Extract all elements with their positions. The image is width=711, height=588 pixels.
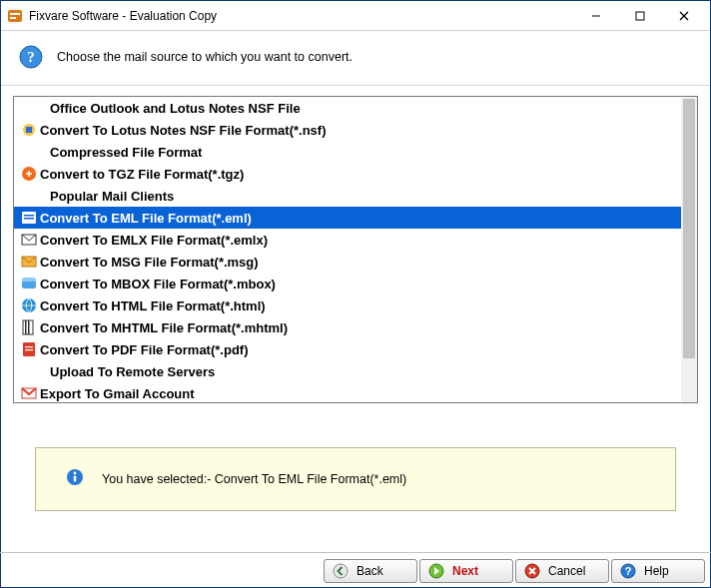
nsf-icon xyxy=(18,122,40,138)
list-group-header: Office Outlook and Lotus Notes NSF File xyxy=(14,97,681,119)
svg-rect-0 xyxy=(8,10,22,22)
back-label: Back xyxy=(356,564,383,578)
help-button[interactable]: ? Help xyxy=(611,559,705,583)
list-group-header: Popular Mail Clients xyxy=(14,185,681,207)
svg-point-30 xyxy=(334,564,348,578)
list-item-label: Convert To MHTML File Format(*.mhtml) xyxy=(40,320,288,335)
window-title: Fixvare Software - Evaluation Copy xyxy=(29,9,574,23)
mbox-icon xyxy=(18,276,40,292)
help-label: Help xyxy=(644,564,669,578)
info-icon xyxy=(66,468,84,490)
list-item[interactable]: Convert To HTML File Format(*.html) xyxy=(14,294,681,316)
list-item-label: Office Outlook and Lotus Notes NSF File xyxy=(40,101,301,116)
emlx-icon xyxy=(18,232,40,248)
arrow-right-icon xyxy=(428,563,444,579)
list-item-label: Convert To EML File Format(*.eml) xyxy=(40,211,252,226)
msg-icon xyxy=(18,254,40,270)
svg-rect-18 xyxy=(22,278,36,282)
eml-icon xyxy=(18,210,40,226)
question-icon: ? xyxy=(19,45,43,69)
svg-rect-14 xyxy=(24,218,34,220)
svg-rect-4 xyxy=(636,12,644,20)
list-item-label: Popular Mail Clients xyxy=(40,189,174,204)
scrollbar[interactable] xyxy=(681,97,697,402)
pdf-icon xyxy=(18,341,40,357)
close-button[interactable] xyxy=(662,2,706,30)
help-icon: ? xyxy=(620,563,636,579)
svg-rect-29 xyxy=(74,476,76,482)
svg-rect-22 xyxy=(28,320,30,334)
list-item[interactable]: Convert To MBOX File Format(*.mbox) xyxy=(14,273,681,294)
list-group-header: Compressed File Format xyxy=(14,141,681,163)
list-item[interactable]: Convert To MSG File Format(*.msg) xyxy=(14,251,681,273)
cancel-button[interactable]: Cancel xyxy=(515,559,609,583)
list-item-label: Convert To MSG File Format(*.msg) xyxy=(40,255,259,270)
html-icon xyxy=(18,297,40,313)
list-item[interactable]: Export To Gmail Account xyxy=(14,382,681,402)
scrollbar-thumb[interactable] xyxy=(683,99,695,358)
svg-point-28 xyxy=(74,472,77,475)
footer-buttons: Back Next Cancel ? Help xyxy=(0,552,711,588)
list-item-label: Export To Gmail Account xyxy=(40,386,195,401)
list-item-label: Upload To Remote Servers xyxy=(40,364,215,379)
svg-rect-17 xyxy=(22,281,36,289)
next-button[interactable]: Next xyxy=(419,559,513,583)
cancel-icon xyxy=(524,563,540,579)
list-item[interactable]: Convert To EMLX File Format(*.emlx) xyxy=(14,229,681,251)
svg-rect-10 xyxy=(26,127,32,133)
status-box: You have selected:- Convert To EML File … xyxy=(35,447,676,511)
format-listbox: Office Outlook and Lotus Notes NSF FileC… xyxy=(13,96,698,403)
list-item[interactable]: Convert To EML File Format(*.eml) xyxy=(14,207,681,229)
instruction-bar: ? Choose the mail source to which you wa… xyxy=(1,31,710,86)
svg-rect-13 xyxy=(24,215,34,217)
list-item-label: Convert To Lotus Notes NSF File Format(*… xyxy=(40,123,327,138)
cancel-label: Cancel xyxy=(548,564,585,578)
minimize-button[interactable] xyxy=(574,2,618,30)
list-item[interactable]: Convert to TGZ File Format(*.tgz) xyxy=(14,163,681,185)
svg-rect-25 xyxy=(25,349,33,350)
next-label: Next xyxy=(452,564,478,578)
mhtml-icon xyxy=(18,319,40,335)
list-item-label: Convert To MBOX File Format(*.mbox) xyxy=(40,277,276,292)
list-item-label: Convert to TGZ File Format(*.tgz) xyxy=(40,167,244,182)
arrow-left-icon xyxy=(333,563,349,579)
tgz-icon xyxy=(18,166,40,182)
svg-rect-24 xyxy=(25,346,33,347)
list-item-label: Compressed File Format xyxy=(40,145,202,160)
list-item-label: Convert To EMLX File Format(*.emlx) xyxy=(40,233,268,248)
gmail-icon xyxy=(18,385,40,401)
status-message: You have selected:- Convert To EML File … xyxy=(102,472,406,486)
list-item-label: Convert To HTML File Format(*.html) xyxy=(40,298,266,313)
svg-rect-21 xyxy=(25,320,27,334)
svg-text:?: ? xyxy=(625,565,632,577)
list-item-label: Convert To PDF File Format(*.pdf) xyxy=(40,342,248,357)
instruction-text: Choose the mail source to which you want… xyxy=(57,50,353,64)
list-group-header: Upload To Remote Servers xyxy=(14,360,681,382)
list-item[interactable]: Convert To MHTML File Format(*.mhtml) xyxy=(14,316,681,338)
app-logo-icon xyxy=(7,8,23,24)
svg-rect-2 xyxy=(10,17,16,19)
list-item[interactable]: Convert To Lotus Notes NSF File Format(*… xyxy=(14,119,681,141)
titlebar: Fixvare Software - Evaluation Copy xyxy=(1,1,710,31)
back-button[interactable]: Back xyxy=(324,559,417,583)
list-item[interactable]: Convert To PDF File Format(*.pdf) xyxy=(14,338,681,360)
svg-text:?: ? xyxy=(27,49,35,65)
svg-rect-1 xyxy=(10,13,20,15)
maximize-button[interactable] xyxy=(618,2,662,30)
